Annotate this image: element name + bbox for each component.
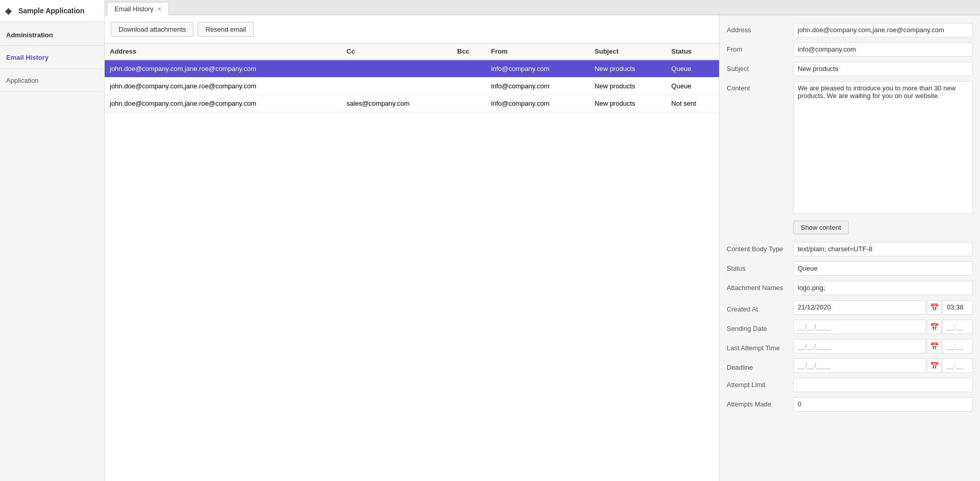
cell-bcc	[452, 60, 486, 78]
cell-subject: New products	[589, 78, 666, 95]
detail-attempt-limit-label: Attempt Limit	[727, 378, 793, 389]
resend-email-button[interactable]: Resend email	[198, 22, 254, 37]
detail-content-body-type-value: text/plain; charset=UTF-8	[793, 242, 973, 256]
cell-cc: sales@company.com	[342, 95, 452, 112]
col-header-from: From	[486, 43, 590, 60]
main-content: Email History × Download attachments Res…	[105, 0, 980, 481]
cell-address: john.doe@company.com,jane.roe@company.co…	[105, 95, 342, 112]
detail-last-attempt-row: Last Attempt Time __/__/____ 📅 __:__	[720, 336, 980, 356]
detail-subject-label: Subject	[727, 62, 793, 73]
table-row[interactable]: john.doe@company.com,jane.roe@company.co…	[105, 60, 719, 78]
detail-attachment-names-row: Attachment Names logo.png;	[720, 278, 980, 298]
toolbar: Download attachments Resend email	[105, 15, 719, 43]
detail-attempt-limit-value[interactable]	[793, 378, 973, 392]
detail-from-label: From	[727, 42, 793, 53]
detail-content-body-type-label: Content Body Type	[727, 242, 793, 253]
detail-attempts-made-value: 0	[793, 397, 973, 412]
app-title-bar: ◈ Sample Application	[0, 0, 104, 22]
cell-subject: New products	[589, 95, 666, 112]
col-header-subject: Subject	[589, 43, 666, 60]
detail-deadline-row: Deadline __/__/____ 📅 __:__	[720, 356, 980, 375]
detail-from-row: From info@company.com	[720, 40, 980, 59]
detail-sending-date-calendar-icon[interactable]: 📅	[927, 320, 941, 334]
detail-deadline-time[interactable]: __:__	[942, 358, 973, 373]
detail-last-attempt-calendar-icon[interactable]: 📅	[927, 339, 941, 353]
detail-sending-date-row: Sending Date __/__/____ 📅 __:__	[720, 317, 980, 336]
cell-subject: New products	[589, 60, 666, 78]
sidebar-item-email-history[interactable]: Email History	[0, 46, 104, 69]
sidebar-item-application[interactable]: Application	[0, 69, 104, 92]
detail-last-attempt-date[interactable]: __/__/____	[793, 339, 926, 353]
download-attachments-button[interactable]: Download attachments	[111, 22, 194, 37]
cell-from: info@company.com	[486, 78, 590, 95]
cell-address: john.doe@company.com,jane.roe@company.co…	[105, 60, 342, 78]
email-table: Address Cc Bcc From Subject Status john.…	[105, 43, 719, 481]
show-content-button[interactable]: Show content	[793, 221, 849, 234]
app-title: Sample Application	[18, 7, 84, 15]
detail-attachment-names-value: logo.png;	[793, 281, 973, 295]
detail-last-attempt-inputs: __/__/____ 📅 __:__	[793, 339, 973, 353]
detail-deadline-label: Deadline	[727, 360, 793, 371]
detail-content-row: Content We are pleased to introduce you …	[720, 79, 980, 217]
cell-cc	[342, 78, 452, 95]
sidebar: ◈ Sample Application Administration Emai…	[0, 0, 105, 481]
detail-sending-date-inputs: __/__/____ 📅 __:__	[793, 320, 973, 334]
detail-subject-value: New products	[793, 62, 973, 76]
detail-address-value: john.doe@company.com,jane.roe@company.co…	[793, 23, 973, 37]
detail-attempts-made-row: Attempts Made 0	[720, 395, 980, 414]
detail-from-value: info@company.com	[793, 42, 973, 57]
detail-status-value: Queue	[793, 261, 973, 276]
tab-label: Email History	[114, 5, 154, 13]
cell-cc	[342, 60, 452, 78]
right-panel: Address john.doe@company.com,jane.roe@co…	[720, 15, 980, 481]
detail-created-at-row: Created At 21/12/2020 📅 03:38	[720, 298, 980, 317]
show-content-area: Show content	[720, 217, 980, 239]
cell-address: john.doe@company.com,jane.roe@company.co…	[105, 78, 342, 95]
detail-attempts-made-label: Attempts Made	[727, 397, 793, 408]
detail-deadline-inputs: __/__/____ 📅 __:__	[793, 358, 973, 373]
detail-status-label: Status	[727, 261, 793, 272]
cell-status: Not sent	[666, 95, 719, 112]
col-header-address: Address	[105, 43, 342, 60]
col-header-status: Status	[666, 43, 719, 60]
detail-last-attempt-time[interactable]: __:__	[942, 339, 973, 353]
cell-bcc	[452, 95, 486, 112]
detail-address-row: Address john.doe@company.com,jane.roe@co…	[720, 20, 980, 40]
table-row[interactable]: john.doe@company.com,jane.roe@company.co…	[105, 95, 719, 112]
tab-bar: Email History ×	[105, 0, 980, 15]
cell-status: Queue	[666, 60, 719, 78]
detail-address-label: Address	[727, 23, 793, 34]
detail-created-at-time[interactable]: 03:38	[942, 300, 973, 315]
table-row[interactable]: john.doe@company.com,jane.roe@company.co…	[105, 78, 719, 95]
detail-sending-date-label: Sending Date	[727, 322, 793, 332]
left-panel: Download attachments Resend email Addres…	[105, 15, 720, 481]
sidebar-section-header: Administration	[0, 22, 104, 46]
detail-content-label: Content	[727, 81, 793, 92]
detail-created-at-calendar-icon[interactable]: 📅	[927, 300, 941, 315]
detail-created-at-inputs: 21/12/2020 📅 03:38	[793, 300, 973, 315]
detail-deadline-date[interactable]: __/__/____	[793, 358, 926, 373]
detail-sending-date-time[interactable]: __:__	[942, 320, 973, 334]
detail-sending-date-date[interactable]: __/__/____	[793, 320, 926, 334]
col-header-cc: Cc	[342, 43, 452, 60]
detail-created-at-label: Created At	[727, 302, 793, 313]
detail-deadline-calendar-icon[interactable]: 📅	[927, 358, 941, 373]
cell-status: Queue	[666, 78, 719, 95]
detail-content-value: We are pleased to introduce you to more …	[793, 81, 973, 214]
app-icon: ◈	[5, 6, 14, 15]
cell-bcc	[452, 78, 486, 95]
detail-created-at-date[interactable]: 21/12/2020	[793, 300, 926, 315]
tab-close-button[interactable]: ×	[158, 6, 161, 12]
detail-status-row: Status Queue	[720, 259, 980, 278]
cell-from: info@company.com	[486, 95, 590, 112]
tab-email-history[interactable]: Email History ×	[107, 2, 169, 15]
content-area: Download attachments Resend email Addres…	[105, 15, 980, 481]
col-header-bcc: Bcc	[452, 43, 486, 60]
detail-attachment-names-label: Attachment Names	[727, 281, 793, 292]
detail-content-body-type-row: Content Body Type text/plain; charset=UT…	[720, 239, 980, 259]
detail-subject-row: Subject New products	[720, 59, 980, 79]
detail-attempt-limit-row: Attempt Limit	[720, 375, 980, 395]
detail-last-attempt-label: Last Attempt Time	[727, 341, 793, 352]
cell-from: info@company.com	[486, 60, 590, 78]
